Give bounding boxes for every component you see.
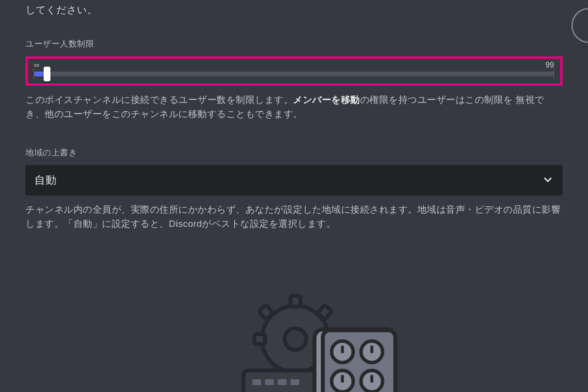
svg-rect-5: [254, 334, 265, 344]
user-limit-slider-highlight: ∞ 99: [25, 56, 563, 86]
slider-min-label: ∞: [34, 61, 39, 70]
truncated-instruction: してください。: [25, 0, 563, 17]
user-limit-slider[interactable]: [34, 72, 554, 76]
user-limit-description: このボイスチャンネルに接続できるユーザー数を制限します。メンバーを移動の権限を持…: [25, 93, 563, 122]
svg-rect-4: [259, 305, 273, 319]
svg-rect-10: [291, 379, 299, 385]
slider-max-label: 99: [545, 61, 554, 70]
region-override-label: 地域の上書き: [25, 147, 563, 158]
svg-rect-9: [278, 379, 287, 385]
svg-rect-7: [252, 379, 261, 385]
region-selected-value: 自動: [34, 173, 57, 188]
svg-rect-8: [265, 379, 274, 385]
svg-rect-2: [291, 296, 300, 307]
svg-point-1: [285, 328, 306, 350]
region-override-section: 地域の上書き 自動 チャンネル内の全員が、実際の住所にかかわらず、あなたが設定し…: [25, 147, 563, 231]
chevron-down-icon: [542, 173, 554, 187]
user-limit-section: ユーザー人数制限 ∞ 99 このボイスチャンネルに接続できるユーザー数を制限しま…: [25, 38, 563, 122]
region-override-select[interactable]: 自動: [25, 165, 563, 196]
region-override-description: チャンネル内の全員が、実際の住所にかかわらず、あなたが設定した地域に接続されます…: [25, 202, 563, 231]
slider-thumb[interactable]: [44, 67, 50, 81]
svg-rect-3: [318, 305, 332, 319]
slider-ticks: ∞ 99: [34, 61, 554, 71]
user-limit-label: ユーザー人数制限: [25, 38, 563, 49]
decorative-illustration: [199, 292, 405, 392]
